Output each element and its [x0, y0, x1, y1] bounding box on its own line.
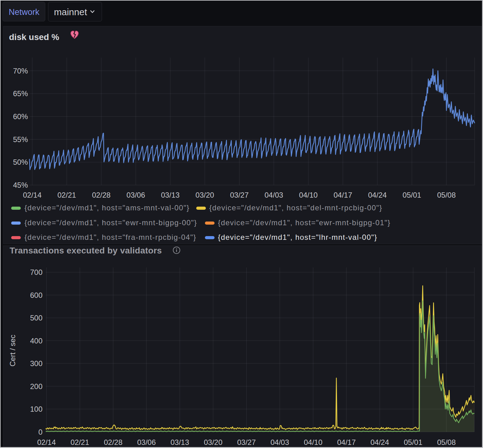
svg-text:45%: 45% [13, 181, 28, 189]
svg-text:03/06: 03/06 [126, 191, 145, 199]
svg-text:04/24: 04/24 [370, 438, 389, 446]
svg-text:05/01: 05/01 [403, 191, 421, 199]
svg-text:60%: 60% [13, 112, 28, 121]
svg-text:05/08: 05/08 [437, 438, 456, 446]
svg-text:65%: 65% [13, 89, 28, 98]
svg-text:0: 0 [38, 428, 42, 436]
svg-text:04/17: 04/17 [337, 438, 356, 446]
svg-text:03/27: 03/27 [230, 191, 249, 199]
svg-text:02/28: 02/28 [104, 438, 122, 446]
svg-text:300: 300 [30, 359, 42, 368]
svg-text:03/13: 03/13 [161, 191, 179, 199]
svg-text:700: 700 [30, 268, 42, 276]
svg-text:02/14: 02/14 [23, 191, 42, 199]
svg-text:02/21: 02/21 [57, 191, 76, 199]
svg-text:04/03: 04/03 [264, 191, 283, 199]
svg-text:02/28: 02/28 [92, 191, 111, 199]
svg-text:05/08: 05/08 [437, 191, 456, 199]
svg-text:03/27: 03/27 [237, 438, 256, 446]
svg-text:04/10: 04/10 [304, 438, 322, 446]
svg-text:200: 200 [30, 382, 42, 391]
svg-text:03/13: 03/13 [171, 438, 189, 446]
svg-text:03/20: 03/20 [196, 191, 214, 199]
svg-text:55%: 55% [13, 135, 28, 144]
svg-text:400: 400 [30, 337, 42, 345]
svg-text:02/14: 02/14 [37, 438, 56, 446]
svg-text:03/06: 03/06 [137, 438, 156, 446]
svg-text:50%: 50% [13, 158, 28, 166]
svg-text:05/01: 05/01 [404, 438, 422, 446]
svg-text:04/24: 04/24 [368, 191, 387, 199]
svg-text:02/21: 02/21 [70, 438, 89, 446]
svg-text:04/03: 04/03 [270, 438, 289, 446]
svg-text:500: 500 [30, 314, 42, 322]
svg-text:70%: 70% [13, 67, 28, 75]
svg-text:100: 100 [30, 405, 42, 413]
svg-text:03/20: 03/20 [204, 438, 222, 446]
svg-text:Cert / sec: Cert / sec [8, 335, 17, 367]
svg-text:04/10: 04/10 [299, 191, 318, 199]
svg-text:04/17: 04/17 [334, 191, 352, 199]
svg-text:600: 600 [30, 291, 42, 299]
